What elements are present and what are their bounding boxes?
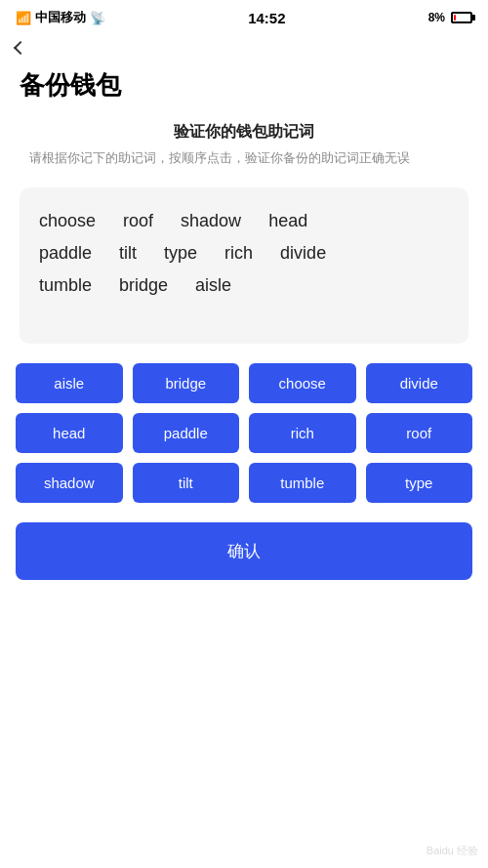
word-display-item: tumble <box>39 275 92 296</box>
section-header: 验证你的钱包助记词 请根据你记下的助记词，按顺序点击，验证你备份的助记词正确无误 <box>0 122 488 176</box>
watermark: Baidu 经验 <box>427 844 478 858</box>
status-carrier: 📶 中国移动 📡 <box>16 9 105 26</box>
status-time: 14:52 <box>248 10 285 26</box>
word-display-item: shadow <box>181 211 241 231</box>
word-display-item: rich <box>224 243 253 264</box>
word-button[interactable]: rich <box>249 413 356 453</box>
battery-percent: 8% <box>428 11 445 24</box>
word-buttons-grid: aislebridgechoosedivideheadpaddlerichroo… <box>16 363 472 503</box>
word-buttons-section: aislebridgechoosedivideheadpaddlerichroo… <box>0 363 488 503</box>
word-button[interactable]: aisle <box>16 363 123 403</box>
word-button[interactable]: tumble <box>249 463 356 503</box>
word-button[interactable]: paddle <box>133 413 240 453</box>
word-display-item: choose <box>39 211 96 231</box>
word-button[interactable]: divide <box>366 363 473 403</box>
word-button[interactable]: tilt <box>133 463 240 503</box>
word-display-row-3: tumblebridgeaisle <box>39 275 449 296</box>
word-button[interactable]: roof <box>366 413 473 453</box>
confirm-button[interactable]: 确认 <box>16 522 472 580</box>
word-button[interactable]: type <box>366 463 473 503</box>
signal-icon: 📶 <box>16 11 31 25</box>
battery-icon <box>451 12 472 23</box>
status-right: 8% <box>428 11 472 24</box>
word-button[interactable]: shadow <box>16 463 123 503</box>
page-title: 备份钱包 <box>0 61 488 122</box>
word-display-item: aisle <box>195 275 231 296</box>
word-display-item: paddle <box>39 243 92 264</box>
status-bar: 📶 中国移动 📡 14:52 8% <box>0 0 488 35</box>
word-display-row-1: chooseroofshadowhead <box>39 211 449 231</box>
section-desc: 请根据你记下的助记词，按顺序点击，验证你备份的助记词正确无误 <box>20 148 468 168</box>
wifi-icon: 📡 <box>90 11 105 25</box>
word-display-box: chooseroofshadowhead paddletilttyperichd… <box>20 187 468 344</box>
word-display-item: divide <box>280 243 326 264</box>
section-title: 验证你的钱包助记词 <box>20 122 468 143</box>
word-display-item: roof <box>123 211 153 231</box>
word-display-item: tilt <box>119 243 137 264</box>
confirm-section: 确认 <box>0 522 488 580</box>
back-button[interactable] <box>0 35 41 61</box>
word-display-row-2: paddletilttyperichdivide <box>39 243 449 264</box>
word-display-item: head <box>268 211 307 231</box>
word-button[interactable]: head <box>16 413 123 453</box>
word-button[interactable]: bridge <box>133 363 240 403</box>
word-button[interactable]: choose <box>249 363 356 403</box>
word-display-item: bridge <box>119 275 168 296</box>
word-display-item: type <box>164 243 197 264</box>
back-arrow-icon <box>14 41 27 55</box>
